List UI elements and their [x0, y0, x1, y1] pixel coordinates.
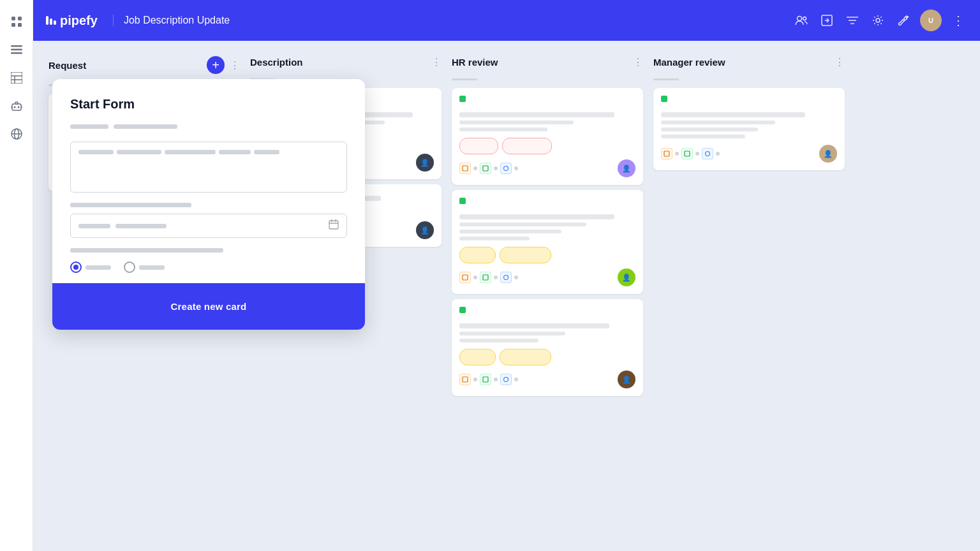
svg-rect-5 — [11, 49, 22, 51]
tag-pink2 — [502, 138, 552, 154]
svg-point-42 — [504, 378, 509, 382]
user-avatar[interactable]: U — [920, 10, 942, 31]
form-field-1 — [70, 124, 347, 193]
radio-group — [70, 261, 347, 273]
header-title: Job Description Update — [113, 15, 230, 26]
sidebar-icon-grid[interactable] — [5, 10, 28, 33]
svg-rect-7 — [11, 72, 22, 84]
svg-rect-6 — [11, 52, 22, 54]
mgr-indicator — [661, 96, 667, 102]
sidebar-icon-table[interactable] — [5, 66, 28, 89]
hr1-dot1 — [473, 166, 477, 170]
svg-point-20 — [798, 17, 802, 21]
card-footer-mgr1: 👤 — [661, 145, 837, 163]
settings-icon[interactable] — [869, 11, 887, 29]
card-hr-3[interactable]: 👤 — [452, 299, 643, 396]
hr1-icon-orange — [459, 163, 471, 174]
form-textarea[interactable] — [70, 142, 347, 193]
column-more-hr[interactable]: ⋮ — [633, 56, 643, 68]
hr3-dot1 — [473, 378, 477, 381]
column-title-request: Request — [48, 60, 202, 71]
tool-icon[interactable] — [895, 11, 912, 29]
hr2-dot3 — [514, 276, 518, 279]
mgr1-icon-orange — [661, 148, 672, 159]
svg-rect-41 — [483, 377, 488, 382]
svg-point-36 — [504, 166, 509, 171]
column-header-description: Description ⋮ — [250, 56, 442, 73]
tag-orange1 — [459, 247, 496, 263]
form-field-radio — [70, 248, 347, 273]
mgr1-icon-blue — [702, 148, 713, 159]
column-cards-hr: 👤 — [452, 88, 643, 396]
modal-title: Start Form — [70, 97, 347, 112]
share-icon[interactable] — [818, 11, 836, 29]
hr3-icon-blue — [500, 374, 512, 385]
svg-rect-38 — [483, 275, 488, 280]
svg-point-26 — [876, 18, 880, 22]
modal-body: Start Form — [52, 79, 365, 273]
modal-footer: Create new card — [52, 283, 365, 330]
column-header-hr: HR review ⋮ — [452, 56, 643, 73]
radio-option-2[interactable] — [124, 261, 165, 273]
mgr1-icon-green — [681, 148, 693, 159]
mgr1-dot1 — [675, 152, 679, 156]
hr3-indicator — [459, 307, 466, 313]
card-footer-hr1: 👤 — [459, 159, 635, 177]
form-label-1b — [114, 124, 177, 129]
svg-rect-40 — [463, 377, 468, 382]
card-icons-mgr1 — [661, 148, 720, 159]
date-skeleton-2 — [115, 224, 167, 228]
logo-text: pipefy — [60, 13, 98, 28]
hr2-indicator — [459, 198, 466, 204]
add-card-button-request[interactable]: + — [207, 56, 225, 74]
card-avatar-hr1: 👤 — [618, 159, 635, 177]
column-more-manager[interactable]: ⋮ — [835, 56, 845, 68]
more-options-icon[interactable]: ⋮ — [949, 11, 967, 29]
card-icons-hr2 — [459, 272, 518, 283]
date-input[interactable] — [70, 214, 347, 238]
card-avatar-desc2: 👤 — [416, 221, 434, 239]
form-label-radio — [70, 248, 223, 253]
column-hr-review: HR review ⋮ — [452, 56, 643, 536]
column-manager-review: Manager review ⋮ — [653, 56, 845, 536]
card-icons-hr1 — [459, 163, 518, 174]
card-footer-hr2: 👤 — [459, 268, 635, 286]
logo: pipefy — [46, 13, 98, 28]
svg-rect-4 — [11, 45, 22, 47]
card-hr-2[interactable]: 👤 — [452, 190, 643, 294]
svg-rect-43 — [664, 151, 669, 156]
hr3-dot3 — [514, 378, 518, 381]
radio-label-1 — [85, 265, 111, 270]
sidebar-icon-globe[interactable] — [5, 122, 28, 145]
radio-btn-empty[interactable] — [124, 261, 135, 273]
team-icon[interactable] — [792, 11, 810, 29]
hr2-dot1 — [473, 276, 477, 279]
column-more-request[interactable]: ⋮ — [230, 59, 240, 71]
card-manager-1[interactable]: 👤 — [653, 88, 845, 170]
svg-point-13 — [13, 107, 15, 108]
filter-icon[interactable] — [843, 11, 861, 29]
sidebar-icon-robot[interactable] — [5, 94, 28, 117]
hr1-dot2 — [494, 166, 498, 170]
hr1-icon-green — [480, 163, 491, 174]
svg-rect-46 — [329, 221, 338, 229]
radio-btn-selected[interactable] — [70, 261, 82, 273]
column-title-description: Description — [250, 57, 426, 68]
column-title-hr: HR review — [452, 57, 628, 68]
svg-rect-44 — [685, 151, 690, 156]
create-new-card-button[interactable]: Create new card — [70, 293, 347, 320]
column-more-description[interactable]: ⋮ — [431, 56, 442, 68]
card-icons-hr3 — [459, 374, 518, 385]
mgr1-dot3 — [716, 152, 720, 156]
column-header-request: Request + ⋮ — [48, 56, 240, 79]
radio-option-1[interactable] — [70, 261, 111, 273]
svg-rect-12 — [15, 102, 18, 104]
svg-rect-11 — [12, 104, 21, 110]
card-footer-hr3: 👤 — [459, 371, 635, 388]
svg-rect-0 — [11, 17, 15, 20]
card-hr-1[interactable]: 👤 — [452, 88, 643, 185]
hr3-icon-orange — [459, 374, 471, 385]
sidebar-icon-list[interactable] — [5, 38, 28, 61]
column-header-manager: Manager review ⋮ — [653, 56, 845, 73]
hr2-dot2 — [494, 276, 498, 279]
